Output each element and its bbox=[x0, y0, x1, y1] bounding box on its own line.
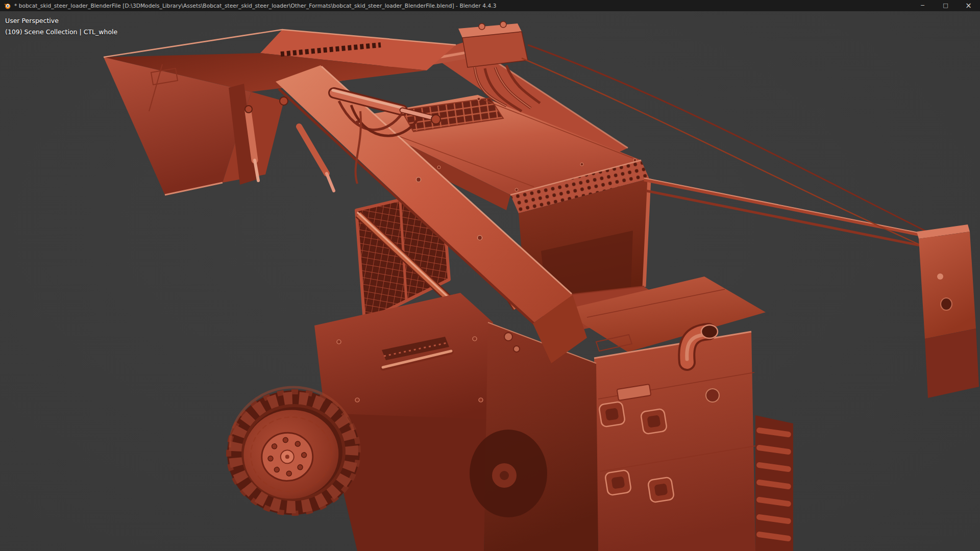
door-latch bbox=[648, 477, 674, 503]
blender-window: * bobcat_skid_steer_loader_BlenderFile [… bbox=[0, 0, 980, 551]
model-render[interactable] bbox=[0, 11, 980, 551]
door-latch bbox=[605, 470, 631, 496]
door-port bbox=[706, 389, 719, 402]
title-bar: * bobcat_skid_steer_loader_BlenderFile [… bbox=[0, 0, 980, 11]
rear-tower bbox=[458, 21, 528, 67]
rear-door bbox=[594, 332, 755, 551]
maximize-button[interactable]: □ bbox=[934, 0, 957, 11]
door-latch bbox=[599, 402, 625, 428]
chassis-side bbox=[470, 322, 598, 551]
collection-label: (109) Scene Collection | CTL_whole bbox=[5, 27, 117, 38]
minimize-button[interactable]: ─ bbox=[911, 0, 934, 11]
view-name-label: User Perspective bbox=[5, 15, 117, 27]
door-latch bbox=[641, 409, 667, 435]
vent-slats bbox=[755, 415, 793, 551]
window-title: * bobcat_skid_steer_loader_BlenderFile [… bbox=[14, 3, 496, 9]
viewport-overlay: User Perspective (109) Scene Collection … bbox=[5, 15, 117, 38]
3d-viewport[interactable]: User Perspective (109) Scene Collection … bbox=[0, 11, 980, 551]
close-button[interactable]: × bbox=[957, 0, 980, 11]
window-controls: ─ □ × bbox=[911, 0, 980, 11]
blender-logo-icon bbox=[4, 2, 11, 9]
